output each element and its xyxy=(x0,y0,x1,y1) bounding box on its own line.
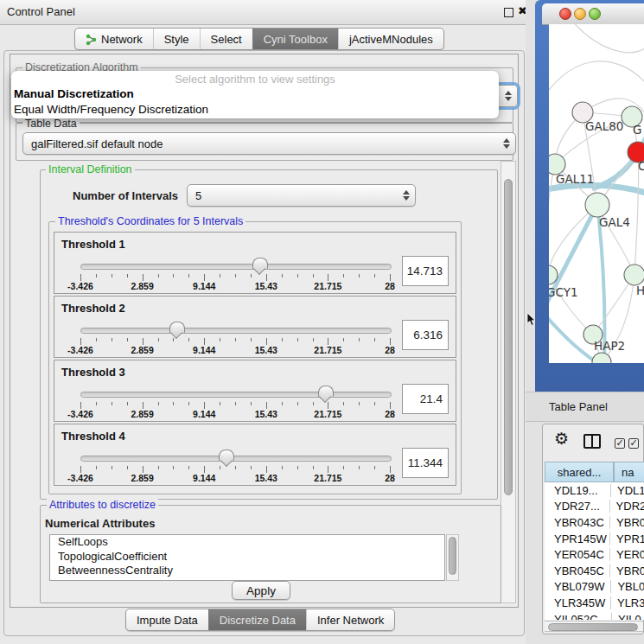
slider-tick-label: 2.859 xyxy=(131,473,153,483)
slider-tick xyxy=(390,466,391,473)
slider-track[interactable] xyxy=(80,392,392,398)
slider-track[interactable] xyxy=(80,456,392,462)
slider-tick xyxy=(158,466,159,469)
list-item[interactable]: TopologicalCoefficient xyxy=(50,550,444,564)
dropdown-option-equal-width[interactable]: Equal Width/Frequency Discretization xyxy=(11,102,499,118)
slider-tick xyxy=(235,402,236,405)
tab-network[interactable]: Network xyxy=(75,29,153,49)
threshold-value-field[interactable]: 14.713 xyxy=(402,256,449,286)
slider-tick xyxy=(127,402,128,405)
cell-shared-name: YDR27... xyxy=(545,500,610,513)
main-scrollbar-thumb[interactable] xyxy=(504,179,513,495)
threshold-label: Threshold 3 xyxy=(61,366,125,379)
slider-tick xyxy=(188,338,189,341)
network-edge-thick xyxy=(549,205,597,316)
num-intervals-label: Number of Intervals xyxy=(73,189,178,202)
checkbox-icon[interactable]: ✓ xyxy=(628,438,639,449)
slider-tick xyxy=(220,274,220,277)
tab-jactivemnodules[interactable]: jActiveMNodules xyxy=(338,29,443,49)
slider-tick xyxy=(359,338,360,341)
table-row[interactable]: YBL079WYBL0 xyxy=(545,579,644,596)
slider-tick xyxy=(297,466,298,469)
table-row[interactable]: YBR045CYBR0 xyxy=(545,563,644,579)
network-canvas[interactable]: GAL80GCGAL11GAL4GCY1HHAP2 xyxy=(549,24,644,363)
slider-tick xyxy=(188,402,189,405)
network-view-window: GAL80GCGAL11GAL4GCY1HHAP2 xyxy=(535,0,644,392)
network-edge xyxy=(593,275,634,335)
bottom-tab-bar: Impute Data Discretize Data Infer Networ… xyxy=(125,609,395,631)
network-node[interactable] xyxy=(624,265,644,285)
tab-style[interactable]: Style xyxy=(153,29,200,49)
apply-button[interactable]: Apply xyxy=(232,581,290,600)
slider-tick xyxy=(374,274,375,277)
checkbox-icon[interactable]: ✓ xyxy=(615,438,625,449)
slider-tick xyxy=(297,338,298,341)
threshold-value-field[interactable]: 11.344 xyxy=(402,448,449,478)
tab-label: jActiveMNodules xyxy=(349,33,433,46)
table-row[interactable]: YER054CYER0 xyxy=(545,546,644,563)
slider-thumb[interactable] xyxy=(169,322,185,333)
tab-impute-data[interactable]: Impute Data xyxy=(126,609,208,630)
threshold-label: Threshold 1 xyxy=(61,238,125,251)
list-item[interactable]: SelfLoops xyxy=(50,535,444,550)
slider-tick xyxy=(96,274,97,277)
threshold-value-field[interactable]: 21.4 xyxy=(402,384,449,414)
table-row[interactable]: YBR043CYBR0 xyxy=(545,514,644,531)
slider-tick xyxy=(112,402,112,405)
slider-tick xyxy=(96,402,97,405)
table-panel-title: Table Panel xyxy=(549,400,608,413)
slider-tick-label: 28 xyxy=(385,281,395,291)
column-header-name[interactable]: na xyxy=(614,462,644,482)
list-scrollbar-track[interactable] xyxy=(446,534,459,581)
main-scrollbar-track[interactable] xyxy=(501,161,516,603)
dropdown-option-manual[interactable]: Manual Discretization xyxy=(11,86,499,102)
cell-shared-name: YIL052C xyxy=(545,613,612,620)
slider-tick xyxy=(251,466,252,469)
column-header-shared-name[interactable]: shared... xyxy=(545,462,614,482)
network-window-titlebar[interactable] xyxy=(542,3,644,25)
num-intervals-combobox[interactable]: 5 xyxy=(187,184,416,207)
slider-tick-label: -3.426 xyxy=(67,281,93,291)
table-data-combobox[interactable]: galFiltered.sif default node xyxy=(22,132,516,155)
zoom-traffic-light[interactable] xyxy=(589,8,601,20)
cell-name: YLR3 xyxy=(611,596,644,609)
tab-cyni-toolbox[interactable]: Cyni Toolbox xyxy=(252,29,338,49)
slider-tick xyxy=(313,338,314,341)
columns-icon[interactable] xyxy=(583,434,601,449)
close-traffic-light[interactable] xyxy=(559,8,571,20)
slider-tick xyxy=(374,402,375,405)
tab-select[interactable]: Select xyxy=(200,29,252,49)
float-window-icon[interactable] xyxy=(504,8,513,17)
table-hscrollbar-track[interactable] xyxy=(545,621,643,632)
table-row[interactable]: YDR27...YDR2 xyxy=(545,499,644,515)
numerical-attributes-list[interactable]: SelfLoopsTopologicalCoefficientBetweenne… xyxy=(49,534,445,581)
list-item[interactable]: BetweennessCentrality xyxy=(50,564,444,578)
slider-track[interactable] xyxy=(80,264,392,270)
slider-tick xyxy=(235,274,236,277)
table-row[interactable]: YPR145WYPR1 xyxy=(545,531,644,547)
slider-thumb[interactable] xyxy=(318,386,334,397)
slider-tick xyxy=(328,338,328,345)
slider-tick xyxy=(158,274,159,277)
minimize-traffic-light[interactable] xyxy=(574,8,586,20)
slider-tick xyxy=(343,338,344,341)
threshold-value-field[interactable]: 6.316 xyxy=(402,320,449,350)
slider-tick xyxy=(173,466,174,469)
slider-thumb[interactable] xyxy=(219,450,234,461)
network-node[interactable] xyxy=(585,193,609,217)
slider-tick xyxy=(251,274,252,277)
tab-infer-network[interactable]: Infer Network xyxy=(306,609,394,630)
tab-discretize-data[interactable]: Discretize Data xyxy=(208,609,306,630)
slider-tick-label: 21.715 xyxy=(314,281,341,291)
slider-tick-label: 15.43 xyxy=(255,473,277,483)
table-row[interactable]: YLR345WYLR3 xyxy=(545,595,644,611)
slider-thumb[interactable] xyxy=(252,258,268,269)
list-scrollbar-thumb[interactable] xyxy=(449,537,456,575)
slider-tick-label: 9.144 xyxy=(193,345,215,355)
gear-icon[interactable]: ⚙ xyxy=(554,430,569,448)
table-row[interactable]: YIL052CYIL0 xyxy=(545,611,644,620)
table-row[interactable]: YDL19...YDL1 xyxy=(545,482,644,499)
slider-track[interactable] xyxy=(80,328,392,334)
cell-name: YBL0 xyxy=(611,580,644,593)
table-hscrollbar-thumb[interactable] xyxy=(548,623,638,631)
